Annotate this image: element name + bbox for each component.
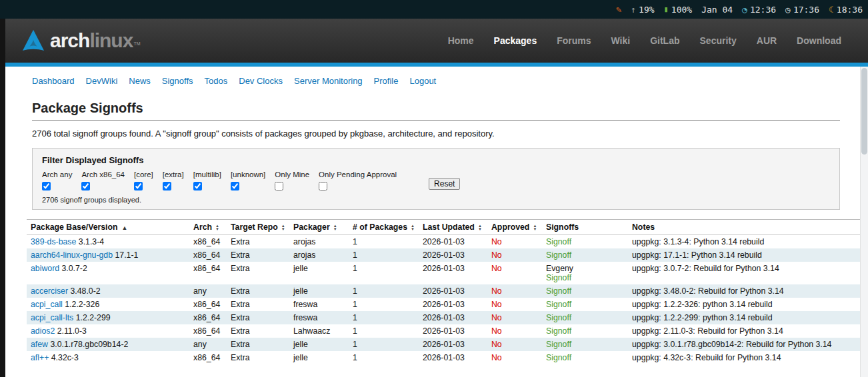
column-label: Packager bbox=[293, 222, 330, 232]
signoff-link[interactable]: Signoff bbox=[546, 273, 571, 282]
sort-down-glyph: ▼ bbox=[281, 228, 285, 231]
column-header-packager[interactable]: Packager▲▼ bbox=[289, 220, 349, 235]
subnav-item-todos[interactable]: Todos bbox=[205, 76, 228, 86]
package-link[interactable]: adios2 bbox=[31, 326, 55, 336]
packager-cell: Lahwaacz bbox=[289, 324, 349, 338]
table-header-row: Package Base/Version▲Arch▲▼Target Repo▲▼… bbox=[27, 220, 868, 235]
arch-cell: x86_64 bbox=[189, 351, 227, 364]
approved-status: No bbox=[491, 353, 502, 362]
package-link[interactable]: accerciser bbox=[31, 286, 68, 296]
signoff-link[interactable]: Signoff bbox=[546, 313, 571, 322]
filter-checkbox-unknown[interactable] bbox=[231, 182, 239, 190]
filter-checkbox-arch-any[interactable] bbox=[42, 182, 51, 190]
battery-percent: 100% bbox=[671, 5, 692, 15]
nav-item-security[interactable]: Security bbox=[700, 35, 737, 46]
column-header-package-base-version[interactable]: Package Base/Version▲ bbox=[27, 220, 189, 235]
nav-item-aur[interactable]: AUR bbox=[757, 35, 777, 46]
package-link[interactable]: acpi_call-lts bbox=[31, 313, 73, 322]
table-row: aarch64-linux-gnu-gdb 17.1-1x86_64Extraa… bbox=[27, 248, 868, 262]
summary-text: 2706 total signoff groups found. A "sign… bbox=[32, 129, 840, 139]
package-link[interactable]: abiword bbox=[31, 264, 59, 273]
filter-checkbox-core[interactable] bbox=[134, 182, 143, 190]
subnav-item-devwiki[interactable]: DevWiki bbox=[86, 76, 118, 86]
package-link[interactable]: 389-ds-base bbox=[31, 237, 76, 246]
filter-checkbox-multilib[interactable] bbox=[193, 182, 202, 190]
signoff-signer: Evgeny bbox=[546, 264, 624, 273]
signoff-link[interactable]: Signoff bbox=[546, 237, 571, 246]
column-header-target-repo[interactable]: Target Repo▲▼ bbox=[227, 220, 289, 235]
signoff-link[interactable]: Signoff bbox=[546, 353, 571, 362]
nav-item-download[interactable]: Download bbox=[797, 35, 841, 46]
filter-checkbox-only-mine[interactable] bbox=[275, 182, 283, 190]
filter-group-only-mine: Only Mine bbox=[275, 171, 309, 190]
nav-item-forums[interactable]: Forums bbox=[557, 35, 591, 46]
subnav-item-news[interactable]: News bbox=[129, 76, 151, 86]
subnav-item-profile[interactable]: Profile bbox=[374, 76, 399, 86]
column-header-approved[interactable]: Approved▲▼ bbox=[487, 220, 542, 235]
subnav-item-dev-clocks[interactable]: Dev Clocks bbox=[239, 76, 283, 86]
dev-subnav: DashboardDevWikiNewsSignoffsTodosDev Clo… bbox=[32, 76, 840, 86]
package-version: 3.48.0-2 bbox=[70, 286, 100, 296]
reset-button[interactable]: Reset bbox=[429, 178, 460, 190]
column-label: Approved bbox=[491, 222, 529, 232]
signoff-link[interactable]: Signoff bbox=[546, 340, 571, 349]
signoff-link[interactable]: Signoff bbox=[546, 250, 571, 260]
page-title: Package Signoffs bbox=[32, 101, 840, 121]
signoff-link[interactable]: Signoff bbox=[546, 326, 571, 336]
filter-group-arch-x86-64: Arch x86_64 bbox=[81, 171, 125, 190]
nav-item-packages[interactable]: Packages bbox=[494, 35, 537, 46]
signoff-link[interactable]: Signoff bbox=[546, 286, 571, 296]
target-repo-cell: Extra bbox=[227, 351, 289, 364]
signoff-link[interactable]: Signoff bbox=[546, 300, 571, 309]
filter-label-arch-any: Arch any bbox=[42, 171, 72, 179]
package-count-cell: 1 bbox=[349, 298, 419, 311]
column-label: Target Repo bbox=[231, 222, 278, 232]
signoffs-cell: Signoff bbox=[542, 311, 628, 324]
column-header-of-packages[interactable]: # of Packages▲▼ bbox=[349, 220, 419, 235]
note-cell: upgpkg: 2.11.0-3: Rebuild for Python 3.1… bbox=[628, 324, 868, 338]
package-link[interactable]: afl++ bbox=[31, 353, 49, 362]
archlinux-logo[interactable]: archlinuxTM bbox=[21, 29, 141, 53]
subnav-item-dashboard[interactable]: Dashboard bbox=[32, 76, 75, 86]
filter-group-only-pending-approval: Only Pending Approval bbox=[319, 171, 397, 190]
clock-quarter-icon: ◔ bbox=[742, 5, 747, 15]
status-time-2-segment: ◷ 17:36 bbox=[785, 5, 819, 15]
sort-icon: ▲▼ bbox=[333, 224, 337, 231]
filter-checkbox-extra[interactable] bbox=[163, 182, 171, 190]
note-cell: upgpkg: 3.0.1.r78.gbc09b14-2: Rebuild fo… bbox=[628, 338, 868, 351]
signoffs-cell: Signoff bbox=[542, 338, 628, 351]
approved-cell: No bbox=[487, 262, 542, 284]
scrollbar-thumb[interactable] bbox=[861, 68, 867, 155]
column-header-last-updated[interactable]: Last Updated▲▼ bbox=[419, 220, 487, 235]
scrollbar[interactable] bbox=[860, 67, 868, 377]
package-link[interactable]: acpi_call bbox=[31, 300, 63, 309]
signoffs-cell: Signoff bbox=[542, 351, 628, 364]
table-row: afew 3.0.1.r78.gbc09b14-2anyExtrajelle12… bbox=[27, 338, 868, 351]
filter-checkbox-arch-x86-64[interactable] bbox=[81, 182, 90, 190]
subnav-item-signoffs[interactable]: Signoffs bbox=[162, 76, 193, 86]
nav-item-gitlab[interactable]: GitLab bbox=[650, 35, 679, 46]
approved-status: No bbox=[491, 250, 502, 260]
filter-checkbox-only-pending-approval[interactable] bbox=[319, 182, 327, 190]
package-version: 4.32c-3 bbox=[51, 353, 79, 362]
package-link[interactable]: afew bbox=[31, 340, 48, 349]
arch-cell: any bbox=[189, 338, 227, 351]
target-repo-cell: Extra bbox=[227, 324, 289, 338]
table-row: abiword 3.0.7-2x86_64Extrajelle12026-01-… bbox=[27, 262, 868, 284]
package-link[interactable]: aarch64-linux-gnu-gdb bbox=[31, 250, 113, 260]
package-cell: acpi_call 1.2.2-326 bbox=[27, 298, 189, 311]
arch-cell: x86_64 bbox=[189, 324, 227, 338]
nav-item-home[interactable]: Home bbox=[448, 35, 474, 46]
sort-down-glyph: ▼ bbox=[478, 228, 482, 231]
filter-group-multilib: [multilib] bbox=[193, 171, 221, 190]
column-header-arch[interactable]: Arch▲▼ bbox=[189, 220, 227, 235]
subnav-item-server-monitoring[interactable]: Server Monitoring bbox=[294, 76, 363, 86]
subnav-item-logout[interactable]: Logout bbox=[409, 76, 436, 86]
package-cell: adios2 2.11.0-3 bbox=[27, 324, 189, 338]
status-time-1-segment: ◔ 12:36 bbox=[742, 5, 776, 15]
nav-item-wiki[interactable]: Wiki bbox=[611, 35, 631, 46]
filter-group-extra: [extra] bbox=[163, 171, 184, 190]
packager-cell: freswa bbox=[289, 298, 349, 311]
approved-status: No bbox=[491, 313, 502, 322]
signoffs-cell: Signoff bbox=[542, 248, 628, 262]
